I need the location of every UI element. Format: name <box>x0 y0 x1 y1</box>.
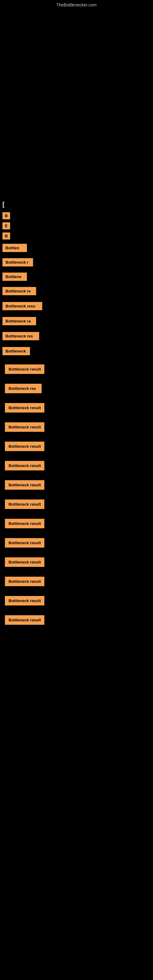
chart-area <box>0 9 153 192</box>
site-title: TheBottlenecker.com <box>0 0 153 9</box>
result-row-1: Bottleneck result <box>0 361 153 378</box>
bottlen-row: Bottlen <box>0 241 153 255</box>
b-row: B <box>0 211 153 221</box>
result-row-9: Bottleneck result <box>0 515 153 532</box>
bottleneck-re-row: Bottleneck re <box>0 284 153 298</box>
bottleneck-result-label-5: Bottleneck result <box>5 442 45 451</box>
results-section: [ B E B Bottlen Bottleneck r Bottlene Bo… <box>0 199 153 628</box>
result-row-11: Bottleneck result <box>0 554 153 571</box>
bottleneck-result-label-6: Bottleneck result <box>5 461 45 470</box>
bottleneck-result-label-2: Bottleneck res <box>5 384 41 393</box>
bottleneck-short-label: Bottleneck <box>2 347 30 355</box>
b-label: B <box>2 212 10 219</box>
bottleneck-result-label-12: Bottleneck result <box>5 577 45 586</box>
result-row-7: Bottleneck result <box>0 477 153 493</box>
bottleneck-result-label-4: Bottleneck result <box>5 422 45 432</box>
result-row-2: Bottleneck res <box>0 380 153 397</box>
bottleneck-resu-label: Bottleneck resu <box>2 302 42 310</box>
bottleneck-result-label-7: Bottleneck result <box>5 480 45 490</box>
b2-label: B <box>2 232 10 240</box>
bottleneck-result-label-13: Bottleneck result <box>5 596 45 605</box>
bottleneck-res-row: Bottleneck res <box>0 329 153 343</box>
bottleneck-result-label-8: Bottleneck result <box>5 500 45 509</box>
bottleneck-results-list: Bottleneck result Bottleneck res Bottlen… <box>0 361 153 628</box>
result-row-12: Bottleneck result <box>0 573 153 590</box>
bottleneck-result-label-11: Bottleneck result <box>5 557 45 567</box>
bracket-label: [ <box>2 201 5 208</box>
result-row-13: Bottleneck result <box>0 592 153 609</box>
bottleneck-result-label-9: Bottleneck result <box>5 519 45 528</box>
bottleneck-ra-label: Bottleneck ra <box>2 317 36 325</box>
result-row-14: Bottleneck result <box>0 612 153 628</box>
e-label: E <box>2 222 10 229</box>
bottleneck-result-label-14: Bottleneck result <box>5 615 45 625</box>
bottleneck-result-label-3: Bottleneck result <box>5 403 45 412</box>
result-row-10: Bottleneck result <box>0 535 153 551</box>
bottleneck-ra-row: Bottleneck ra <box>0 314 153 328</box>
bottleneck-re-label: Bottleneck re <box>2 287 36 295</box>
b2-row: B <box>0 231 153 241</box>
bottleneck-result-label-1: Bottleneck result <box>5 364 45 374</box>
e-row: E <box>0 221 153 231</box>
result-row-8: Bottleneck result <box>0 496 153 513</box>
bottleneck-short-row: Bottleneck <box>0 344 153 358</box>
result-row-6: Bottleneck result <box>0 457 153 474</box>
bottleneck-r-row: Bottleneck r <box>0 255 153 269</box>
bottleneck-resu-row: Bottleneck resu <box>0 299 153 313</box>
bottleneck-res-label: Bottleneck res <box>2 332 39 340</box>
result-row-4: Bottleneck result <box>0 418 153 436</box>
result-row-3: Bottleneck result <box>0 399 153 416</box>
result-row-5: Bottleneck result <box>0 438 153 455</box>
section-bracket: [ <box>0 199 153 210</box>
bottlene-label: Bottlene <box>2 272 27 281</box>
bottleneck-r-label: Bottleneck r <box>2 258 33 266</box>
bottlene-row: Bottlene <box>0 270 153 283</box>
bottlen-label: Bottlen <box>2 244 27 252</box>
bottleneck-result-label-10: Bottleneck result <box>5 538 45 547</box>
